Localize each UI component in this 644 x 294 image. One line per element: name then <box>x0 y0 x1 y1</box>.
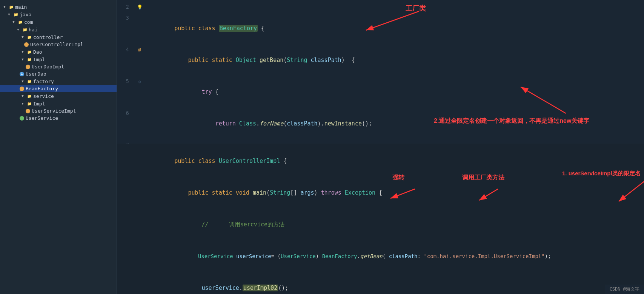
sidebar-item-controller[interactable]: ▼ 📁 controller <box>0 33 117 41</box>
arrow-icon: ▼ <box>15 26 21 32</box>
line-gutter: 💡 <box>135 2 144 12</box>
sidebar-label-controller: controller <box>33 34 63 40</box>
line-number: 4 <box>117 44 135 55</box>
interface-icon: i <box>20 72 24 76</box>
class-icon <box>26 65 30 69</box>
line-number: 6 <box>117 108 135 118</box>
line-content: userService.userImpl02(); <box>144 272 288 294</box>
class-icon <box>20 87 24 91</box>
line-content: public static void main(String[] args) t… <box>144 177 382 209</box>
sidebar-label-factory: factory <box>33 79 54 84</box>
sidebar-item-impl-service[interactable]: ▼ 📁 Impl <box>0 100 117 107</box>
line-gutter: ◇ <box>135 76 144 87</box>
line-content: UserService userService= (UserService) B… <box>144 240 551 272</box>
sidebar-item-userdaoimpl[interactable]: UserDaoImpl <box>0 63 117 70</box>
arrow-icon: ▼ <box>20 49 26 55</box>
sidebar-item-factory[interactable]: ▼ 📁 factory <box>0 77 117 85</box>
folder-icon: 📁 <box>26 101 32 107</box>
sidebar-label-beanfactory: BeanFactory <box>26 86 58 91</box>
sidebar-label-hai: hai <box>29 27 37 32</box>
code-line-5: 5 ◇ try { <box>117 76 644 108</box>
sidebar-label-main: main <box>15 4 27 10</box>
sidebar-label-impl-dao: Impl <box>33 57 45 62</box>
arrow-icon: ▼ <box>20 93 26 99</box>
sidebar-label-userservice: UserService <box>26 115 58 121</box>
sidebar-label-userdaoimpl: UserDaoImpl <box>32 64 64 70</box>
folder-icon: 📁 <box>26 78 32 84</box>
folder-icon: 📁 <box>22 26 28 32</box>
line-content: try { <box>144 76 219 108</box>
class-icon <box>26 109 30 113</box>
code-line-2: 2 💡 <box>117 2 644 12</box>
sidebar-item-com[interactable]: ▼ 📁 com <box>0 18 117 26</box>
sidebar-label-service: service <box>33 93 54 99</box>
line-gutter: @ <box>135 45 144 55</box>
code-top: 2 💡 3 public class BeanFactory { 4 @ pub… <box>117 0 644 144</box>
folder-icon: 📁 <box>26 49 32 55</box>
sidebar-item-hai[interactable]: ▼ 📁 hai <box>0 26 117 33</box>
folder-icon: 📁 <box>8 4 14 10</box>
sidebar-item-dao[interactable]: ▼ 📁 Dao <box>0 48 117 56</box>
sidebar-item-impl-dao[interactable]: ▼ 📁 Impl <box>0 56 117 63</box>
code-bottom: public class UserControllerImpl { public… <box>117 144 644 294</box>
line-content: return Class.forName(classPath).newInsta… <box>144 108 372 139</box>
folder-icon: 📁 <box>26 93 32 99</box>
sidebar-label-java: java <box>20 12 31 17</box>
sidebar-item-userservice[interactable]: UserService <box>0 115 117 122</box>
sidebar-item-beanfactory[interactable]: BeanFactory <box>0 85 117 92</box>
folder-icon: 📁 <box>26 56 32 62</box>
bottom-bar-text: CSDN @海文字 <box>610 286 639 292</box>
folder-icon: 📁 <box>26 34 32 40</box>
sidebar-item-main[interactable]: ▼ 📁 main <box>0 3 117 11</box>
class-icon <box>24 42 29 47</box>
bottom-userimpl-line: userService.userImpl02(); <box>117 272 644 294</box>
bottom-userservice-line: UserService userService= (UserService) B… <box>117 240 644 272</box>
sidebar-label-dao: Dao <box>33 49 42 55</box>
sidebar-item-usercontrollerimpl[interactable]: UserControllerImpl <box>0 41 117 48</box>
arrow-icon: ▼ <box>20 56 26 62</box>
line-content: public class BeanFactory { <box>144 12 264 44</box>
sidebar-label-userserviceimpl: UserServiceImpl <box>32 108 76 114</box>
bottom-class-line: public class UserControllerImpl { <box>117 145 644 177</box>
code-line-6: 6 return Class.forName(classPath).newIns… <box>117 108 644 139</box>
sidebar-label-usercontrollerimpl: UserControllerImpl <box>30 42 83 47</box>
arrow-icon: ▼ <box>11 19 17 25</box>
arrow-icon: ▼ <box>20 78 26 84</box>
sidebar-label-userdao: UserDao <box>26 71 46 77</box>
code-line-4: 4 @ public static Object getBean(String … <box>117 44 644 76</box>
line-number: 5 <box>117 76 135 87</box>
bottom-bar: CSDN @海文字 <box>605 285 644 294</box>
sidebar-item-userdao[interactable]: i UserDao <box>0 70 117 77</box>
sidebar-item-service[interactable]: ▼ 📁 service <box>0 92 117 100</box>
code-line-3: 3 public class BeanFactory { <box>117 12 644 44</box>
line-content: // 调用sercvice的方法 <box>144 209 284 240</box>
arrow-icon: ▼ <box>20 34 26 40</box>
sidebar-label-impl-service: Impl <box>33 101 45 107</box>
file-tree: ▼ 📁 main ▼ 📁 java ▼ 📁 com ▼ 📁 hai ▼ 📁 co… <box>0 0 117 294</box>
folder-icon: 📁 <box>13 11 19 17</box>
arrow-icon: ▼ <box>6 11 12 17</box>
sidebar-item-userserviceimpl[interactable]: UserServiceImpl <box>0 107 117 115</box>
bottom-comment-line: // 调用sercvice的方法 <box>117 209 644 240</box>
sidebar-item-java[interactable]: ▼ 📁 java <box>0 11 117 18</box>
sidebar-label-com: com <box>24 19 33 25</box>
line-number: 2 <box>117 2 135 12</box>
bottom-main-line: public static void main(String[] args) t… <box>117 177 644 209</box>
interface-icon <box>20 116 24 121</box>
editor-area: 2 💡 3 public class BeanFactory { 4 @ pub… <box>117 0 644 294</box>
line-content: public static Object getBean(String clas… <box>144 44 355 76</box>
line-content: public class UserControllerImpl { <box>144 145 287 177</box>
arrow-icon: ▼ <box>2 4 8 10</box>
arrow-icon: ▼ <box>20 101 26 107</box>
folder-icon: 📁 <box>17 19 23 25</box>
line-number: 3 <box>117 12 135 23</box>
